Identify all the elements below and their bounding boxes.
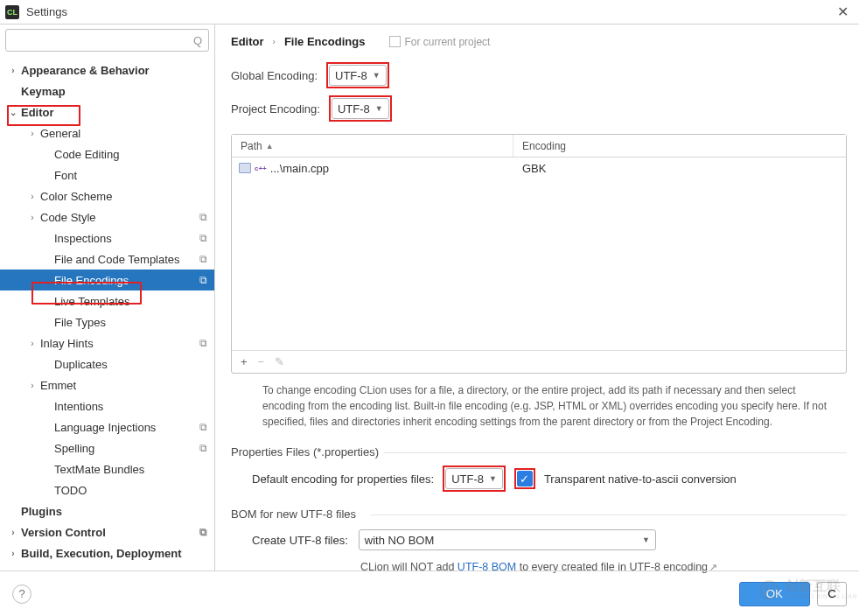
chevron-right-icon: ›	[7, 66, 19, 75]
project-encoding-combo[interactable]: UTF-8 ▼	[332, 98, 389, 119]
breadcrumb: Editor › File Encodings For current proj…	[231, 35, 847, 48]
caret-down-icon: ▼	[642, 536, 650, 544]
copy-icon: ⧉	[199, 211, 207, 223]
sidebar-item-label: Emmet	[40, 379, 76, 392]
sidebar-item-keymap[interactable]: Keymap	[0, 80, 214, 102]
search-input[interactable]	[5, 29, 209, 52]
close-icon[interactable]: ✕	[832, 4, 854, 20]
caret-down-icon: ▼	[489, 474, 497, 483]
sidebar-item-label: Plugins	[21, 505, 62, 518]
chevron-down-icon: ⌄	[7, 108, 19, 117]
transparent-ascii-label: Transparent native-to-ascii conversion	[544, 472, 737, 486]
chevron-right-icon: ›	[26, 339, 38, 348]
sidebar-item-intentions[interactable]: Intentions	[0, 396, 214, 416]
sidebar-item-version-control[interactable]: ›Version Control⧉	[0, 522, 214, 542]
transparent-ascii-checkbox[interactable]: ✓	[517, 471, 533, 486]
sidebar-item-language-injections[interactable]: Language Injections⧉	[0, 416, 214, 438]
ok-button[interactable]: OK	[739, 582, 810, 606]
sidebar-item-label: Code Editing	[54, 148, 119, 161]
help-icon[interactable]: ?	[12, 584, 31, 604]
sidebar-item-label: Keymap	[21, 85, 66, 98]
sidebar-item-editor[interactable]: ⌄Editor	[0, 102, 214, 122]
sidebar-item-label: Editor	[21, 106, 54, 119]
chevron-right-icon: ›	[7, 549, 19, 558]
col-encoding[interactable]: Encoding	[513, 135, 846, 157]
sidebar-item-spelling[interactable]: Spelling⧉	[0, 438, 214, 458]
add-icon[interactable]: +	[241, 355, 248, 368]
sidebar-item-label: File and Code Templates	[54, 253, 180, 266]
sidebar-item-label: File Encodings	[54, 274, 129, 287]
chevron-right-icon: ›	[273, 37, 276, 46]
sidebar-item-emmet[interactable]: ›Emmet	[0, 374, 214, 396]
description-text: To change encoding CLion uses for a file…	[231, 374, 847, 437]
sidebar-item-label: Intentions	[54, 400, 103, 413]
sidebar-item-todo[interactable]: TODO	[0, 480, 214, 500]
titlebar: CL Settings ✕	[0, 0, 859, 24]
sidebar-item-textmate-bundles[interactable]: TextMate Bundles	[0, 458, 214, 480]
project-encoding-value: UTF-8	[338, 102, 370, 116]
copy-icon: ⧉	[199, 274, 207, 286]
sidebar-item-appearance-behavior[interactable]: ›Appearance & Behavior	[0, 60, 214, 80]
global-encoding-combo[interactable]: UTF-8 ▼	[329, 65, 387, 86]
content-pane: Editor › File Encodings For current proj…	[215, 24, 859, 570]
sidebar-item-code-editing[interactable]: Code Editing	[0, 144, 214, 164]
copy-icon: ⧉	[199, 232, 207, 244]
sidebar-item-label: Version Control	[21, 526, 106, 539]
file-path: ...\main.cpp	[270, 162, 329, 175]
sidebar-item-label: Inspections	[54, 232, 112, 245]
sidebar-item-inspections[interactable]: Inspections⧉	[0, 228, 214, 248]
highlight-global-encoding: UTF-8 ▼	[326, 62, 389, 88]
remove-icon[interactable]: −	[258, 355, 265, 368]
bom-section-title: BOM for new UTF-8 files	[231, 508, 847, 521]
cancel-button[interactable]: C	[817, 582, 847, 606]
sidebar-item-file-and-code-templates[interactable]: File and Code Templates⧉	[0, 248, 214, 270]
crumb-editor[interactable]: Editor	[231, 35, 264, 48]
chevron-right-icon: ›	[26, 213, 38, 222]
chevron-right-icon: ›	[26, 381, 38, 390]
sort-asc-icon: ▲	[266, 142, 274, 150]
encoding-table: Path ▲ Encoding c++...\main.cppGBK + − ✎	[231, 134, 847, 374]
sidebar-item-label: Duplicates	[54, 358, 108, 371]
cpp-badge: c++	[255, 164, 267, 172]
copy-icon: ⧉	[199, 526, 207, 538]
project-encoding-label: Project Encoding:	[231, 102, 320, 116]
sidebar-item-label: TextMate Bundles	[54, 463, 144, 476]
bom-combo[interactable]: with NO BOM ▼	[359, 529, 656, 550]
caret-down-icon: ▼	[373, 71, 381, 80]
sidebar-item-build-execution-deployment[interactable]: ›Build, Execution, Deployment	[0, 542, 214, 564]
sidebar-item-color-scheme[interactable]: ›Color Scheme	[0, 186, 214, 206]
cpp-file-icon	[239, 163, 251, 173]
sidebar-item-label: Font	[54, 169, 77, 182]
props-default-enc-label: Default encoding for properties files:	[252, 472, 434, 486]
props-encoding-combo[interactable]: UTF-8 ▼	[445, 468, 503, 489]
bom-create-label: Create UTF-8 files:	[252, 534, 348, 547]
global-encoding-value: UTF-8	[335, 69, 367, 82]
edit-icon[interactable]: ✎	[275, 355, 284, 368]
chevron-right-icon: ›	[7, 528, 19, 537]
sidebar-item-label: Appearance & Behavior	[21, 64, 150, 77]
chevron-right-icon: ›	[26, 129, 38, 138]
sidebar-item-file-encodings[interactable]: File Encodings⧉	[0, 270, 214, 290]
sidebar-item-plugins[interactable]: Plugins	[0, 500, 214, 522]
app-icon: CL	[5, 5, 19, 19]
table-row[interactable]: c++...\main.cppGBK	[232, 158, 846, 178]
properties-section-title: Properties Files (*.properties)	[231, 445, 847, 458]
window-title: Settings	[26, 5, 67, 18]
copy-icon: ⧉	[199, 337, 207, 349]
sidebar-item-code-style[interactable]: ›Code Style⧉	[0, 206, 214, 228]
col-path[interactable]: Path ▲	[232, 135, 513, 157]
sidebar-item-label: Spelling	[54, 442, 94, 455]
global-encoding-label: Global Encoding:	[231, 69, 318, 82]
sidebar-item-duplicates[interactable]: Duplicates	[0, 354, 214, 374]
sidebar-item-label: Build, Execution, Deployment	[21, 547, 181, 560]
sidebar-item-live-templates[interactable]: Live Templates	[0, 290, 214, 312]
sidebar-item-label: TODO	[54, 484, 87, 497]
sidebar-item-general[interactable]: ›General	[0, 122, 214, 144]
sidebar-item-inlay-hints[interactable]: ›Inlay Hints⧉	[0, 332, 214, 354]
sidebar-item-file-types[interactable]: File Types	[0, 312, 214, 332]
sidebar-item-font[interactable]: Font	[0, 164, 214, 186]
sidebar: Q ›Appearance & BehaviorKeymap⌄Editor›Ge…	[0, 24, 215, 570]
chevron-right-icon: ›	[26, 192, 38, 201]
sidebar-item-label: Language Injections	[54, 421, 156, 434]
bom-value: with NO BOM	[365, 534, 434, 547]
